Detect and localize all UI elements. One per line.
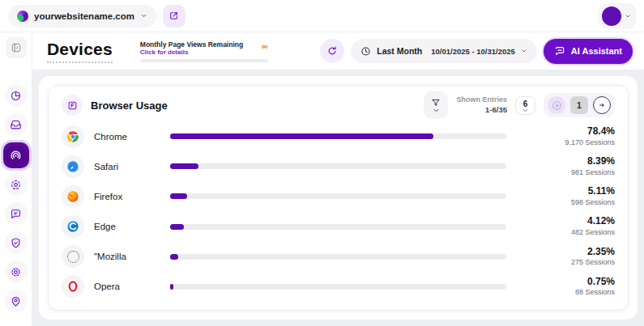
sidebar-item-inbox[interactable] bbox=[5, 113, 28, 136]
browser-name: Chrome bbox=[94, 132, 160, 142]
sidebar-item-feedback[interactable] bbox=[5, 202, 28, 225]
date-range-filter[interactable]: Last Month 10/01/2025 - 10/31/2025 bbox=[351, 39, 537, 63]
current-page[interactable]: 1 bbox=[570, 96, 588, 114]
sidebar-item-analytics[interactable] bbox=[5, 84, 28, 107]
user-menu[interactable] bbox=[599, 3, 636, 29]
browser-usage-list: Chrome 78.4% 9,170 Sessions bbox=[62, 121, 615, 302]
browser-name: Safari bbox=[94, 162, 160, 171]
arrow-right-icon bbox=[597, 100, 607, 110]
funnel-icon bbox=[431, 98, 441, 108]
collapse-panel-icon bbox=[11, 42, 22, 53]
shown-entries: Shown Entries 1-6/35 bbox=[456, 95, 507, 114]
usage-bar-track bbox=[170, 163, 506, 169]
quota-infinity-badge: ∞ bbox=[262, 41, 268, 51]
chevron-down-icon bbox=[625, 13, 631, 19]
usage-percent: 4.12% bbox=[529, 215, 615, 228]
shield-check-icon bbox=[10, 237, 22, 249]
quota-progress-bar bbox=[140, 59, 268, 62]
usage-bar-fill bbox=[170, 224, 184, 230]
next-page-button[interactable] bbox=[593, 96, 611, 114]
usage-bar-track bbox=[170, 284, 506, 290]
browser-name: "Mozilla bbox=[94, 252, 160, 261]
chevron-down-icon bbox=[433, 108, 439, 112]
sidebar bbox=[0, 32, 32, 326]
ai-assistant-button[interactable]: AI Assistant bbox=[544, 39, 633, 64]
usage-sessions: 88 Sessions bbox=[529, 288, 615, 298]
usage-percent: 0.75% bbox=[529, 276, 615, 289]
usage-bar-fill bbox=[170, 193, 187, 199]
gear-icon bbox=[10, 266, 22, 278]
map-pin-icon bbox=[10, 295, 22, 307]
usage-percent: 8.39% bbox=[529, 155, 615, 168]
browser-usage-card: Browser Usage Shown Entries 1-6/35 bbox=[48, 85, 629, 311]
sidebar-item-location[interactable] bbox=[5, 290, 28, 312]
shown-entries-label: Shown Entries bbox=[456, 95, 507, 104]
quota-details-link[interactable]: Click for details bbox=[140, 49, 268, 56]
usage-bar-fill bbox=[170, 163, 198, 169]
date-preset-label: Last Month bbox=[377, 46, 422, 56]
page-header: Devices Monthly Page Views Remaining Cli… bbox=[32, 32, 644, 70]
usage-bar-fill bbox=[170, 133, 433, 139]
pagination: 1 bbox=[544, 93, 615, 117]
focus-target-icon bbox=[10, 179, 22, 191]
pie-chart-icon bbox=[10, 90, 22, 102]
browser-name: Firefox bbox=[94, 192, 160, 201]
usage-percent: 5.11% bbox=[529, 185, 615, 198]
chat-assistant-icon bbox=[554, 45, 565, 57]
browser-name: Edge bbox=[94, 222, 160, 231]
monthly-quota-title: Monthly Page Views Remaining bbox=[140, 40, 268, 49]
sidebar-toggle-button[interactable] bbox=[6, 37, 27, 58]
usage-sessions: 9,170 Sessions bbox=[529, 138, 615, 148]
prev-page-button[interactable] bbox=[548, 96, 565, 114]
sidebar-item-security[interactable] bbox=[5, 231, 28, 254]
edge-icon bbox=[62, 215, 84, 238]
date-range-value: 10/01/2025 - 10/31/2025 bbox=[431, 47, 515, 56]
sidebar-item-settings[interactable] bbox=[5, 260, 28, 283]
browser-usage-icon bbox=[62, 95, 83, 116]
card-title: Browser Usage bbox=[91, 99, 168, 112]
site-logo-icon bbox=[17, 11, 28, 22]
usage-bar-fill bbox=[170, 284, 173, 290]
content-card: Browser Usage Shown Entries 1-6/35 bbox=[39, 76, 638, 320]
usage-bar-track bbox=[170, 193, 506, 199]
sidebar-item-devices[interactable] bbox=[3, 142, 29, 168]
monthly-quota-widget: Monthly Page Views Remaining Click for d… bbox=[140, 40, 268, 62]
usage-sessions: 482 Sessions bbox=[529, 228, 615, 238]
usage-bar-track bbox=[170, 133, 506, 139]
usage-sessions: 981 Sessions bbox=[529, 168, 615, 178]
content-area: Browser Usage Shown Entries 1-6/35 bbox=[32, 70, 644, 326]
usage-sessions: 275 Sessions bbox=[529, 258, 615, 268]
chevron-down-icon bbox=[522, 108, 528, 112]
chevron-down-icon bbox=[140, 12, 147, 19]
refresh-button[interactable] bbox=[320, 39, 344, 63]
browser-row-opera: Opera 0.75% 88 Sessions bbox=[62, 275, 615, 298]
website-name: yourwebsitename.com bbox=[34, 11, 134, 21]
page-size-select[interactable]: 6 bbox=[515, 96, 535, 115]
sidebar-item-audience[interactable] bbox=[5, 173, 28, 196]
usage-percent: 2.35% bbox=[529, 246, 615, 259]
chevron-down-icon bbox=[521, 48, 527, 54]
opera-icon bbox=[62, 275, 84, 298]
filter-button[interactable] bbox=[424, 91, 448, 119]
chrome-icon bbox=[62, 125, 84, 148]
devices-radar-icon bbox=[9, 149, 23, 163]
chat-bubble-icon bbox=[10, 208, 22, 220]
usage-sessions: 598 Sessions bbox=[529, 198, 615, 208]
refresh-icon bbox=[326, 45, 338, 57]
browser-row-chrome: Chrome 78.4% 9,170 Sessions bbox=[62, 125, 615, 148]
open-external-button[interactable] bbox=[163, 5, 186, 28]
inbox-icon bbox=[10, 119, 22, 131]
website-selector[interactable]: yourwebsitename.com bbox=[8, 5, 156, 28]
arrow-left-circle-icon bbox=[552, 100, 562, 111]
browser-row-firefox: Firefox 5.11% 598 Sessions bbox=[62, 185, 615, 208]
browser-row-safari: Safari 8.39% 981 Sessions bbox=[62, 155, 615, 178]
ai-assistant-label: AI Assistant bbox=[571, 46, 622, 56]
browser-name: Opera bbox=[94, 282, 160, 291]
clock-icon bbox=[360, 46, 371, 57]
page-title: Devices bbox=[47, 40, 113, 63]
browser-row-mozilla: "Mozilla 2.35% 275 Sessions bbox=[62, 245, 615, 268]
shown-entries-value: 1-6/35 bbox=[456, 105, 507, 115]
avatar bbox=[602, 6, 621, 26]
topbar: yourwebsitename.com bbox=[0, 0, 644, 32]
firefox-icon bbox=[62, 185, 84, 208]
